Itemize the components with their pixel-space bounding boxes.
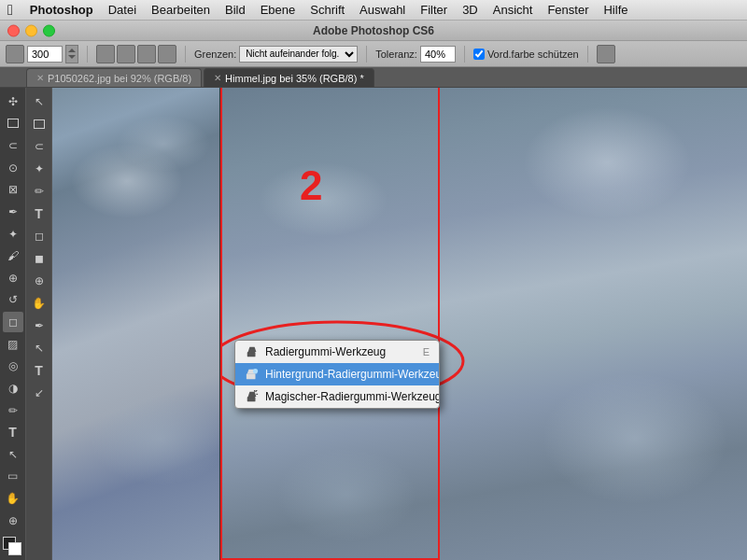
shape-tool[interactable]: ▭ [3,467,23,487]
eraser-tool[interactable]: ◻ [3,312,23,332]
eyedropper-tool[interactable]: ✒ [3,202,23,222]
menu-hilfe[interactable]: Hilfe [596,1,635,19]
tabbar: ✕ P1050262.jpg bei 92% (RGB/8) ✕ Himmel.… [0,67,747,88]
svg-rect-5 [247,397,256,401]
crop-tool[interactable]: ⊠ [3,180,23,201]
text-tool[interactable]: T [3,422,23,442]
close-button[interactable] [7,24,20,36]
st-brush[interactable]: ◻ [29,226,49,246]
st-lasso[interactable]: ⊂ [29,136,49,157]
secondary-toolbar: ↖ ⊂ ✦ ✏ T ◻ ◼ ⊕ ✋ ✒ ↖ T ↙ [26,88,52,560]
menu-photoshop[interactable]: Photoshop [22,1,101,19]
st-arrow2[interactable]: ↙ [29,383,49,403]
color-swatch[interactable] [3,537,23,557]
tool-mode-1[interactable] [96,45,115,63]
canvas-left [52,88,220,560]
st-marquee[interactable] [29,114,49,134]
st-eraser[interactable]: ◼ [29,248,49,269]
brush-preset-icon[interactable] [6,45,24,63]
st-arrow[interactable]: ↖ [29,91,49,112]
marquee-rect-tool[interactable] [3,114,23,134]
menu-fenster[interactable]: Fenster [540,1,596,19]
tool-mode-4[interactable] [158,45,176,63]
sky-image-left [52,88,219,560]
toleranz-control: Toleranz: [375,46,456,63]
menu-ebene[interactable]: Ebene [253,1,303,19]
canvas-right: 1 ← 2 Radiergummi-Werkzeug E [220,88,747,560]
eraser-icon [245,344,260,359]
context-menu: Radiergummi-Werkzeug E Hintergrund-Radie… [234,340,440,409]
menu-auswahl[interactable]: Auswahl [352,1,413,19]
menu-filter[interactable]: Filter [413,1,455,19]
menu-bearbeiten[interactable]: Bearbeiten [144,1,218,19]
svg-line-7 [256,390,258,392]
ctx-label-0: Radiergummi-Werkzeug [265,345,386,358]
tab-1[interactable]: ✕ Himmel.jpg bei 35% (RGB/8) * [204,68,374,87]
spot-heal-tool[interactable]: ✦ [3,224,23,245]
minimize-button[interactable] [25,24,37,36]
svg-rect-0 [247,352,256,357]
magic-eraser-icon [245,389,260,404]
tool-mode-2[interactable] [117,45,135,63]
sky-image-right [220,88,747,560]
vordfarbe-control: Vord.farbe schützen [473,49,579,60]
tab-0[interactable]: ✕ P1050262.jpg bei 92% (RGB/8) [26,68,202,87]
brush-tool[interactable]: 🖌 [3,245,23,266]
st-pen[interactable]: ✏ [29,181,49,202]
menu-ansicht[interactable]: Ansicht [486,1,541,19]
st-type[interactable]: T [29,203,49,224]
tool-modes [96,45,176,63]
zoom-tool[interactable]: ⊕ [3,511,23,531]
lasso-tool[interactable]: ⊂ [3,135,23,156]
window-title: Adobe Photoshop CS6 [313,24,434,37]
brush-size-input[interactable] [27,46,63,63]
brush-size-arrows[interactable] [65,45,78,63]
ctx-label-1: Hintergrund-Radiergummi-Werkzeug [265,368,440,381]
ctx-item-2[interactable]: Magischer-Radiergummi-Werkzeug E [235,385,439,408]
stamp-tool[interactable]: ⊕ [3,268,23,288]
move-tool[interactable]: ✣ [3,91,23,112]
grenzen-label: Grenzen: [194,49,236,60]
tool-mode-3[interactable] [137,45,156,63]
tab-0-label: P1050262.jpg bei 92% (RGB/8) [48,73,191,84]
st-hand[interactable]: ✋ [29,293,49,314]
toleranz-input[interactable] [420,46,456,63]
ctx-label-2: Magischer-Radiergummi-Werkzeug [265,390,440,403]
st-magic[interactable]: ✦ [29,159,49,179]
menu-bild[interactable]: Bild [218,1,253,19]
tab-1-close[interactable]: ✕ [214,73,221,83]
svg-rect-2 [247,373,256,379]
tab-1-label: Himmel.jpg bei 35% (RGB/8) * [225,73,364,84]
history-brush-tool[interactable]: ↺ [3,290,23,311]
grenzen-control: Grenzen: Nicht aufeinander folg. Aufeina… [194,46,358,63]
maximize-button[interactable] [43,24,55,36]
menubar:  Photoshop Datei Bearbeiten Bild Ebene … [0,0,747,21]
apple-menu[interactable]:  [7,2,13,19]
quick-select-tool[interactable]: ⊙ [3,158,23,178]
dodge-tool[interactable]: ◑ [3,378,23,399]
options-extra-btn[interactable] [597,45,615,63]
blur-tool[interactable]: ◎ [3,357,23,377]
vordfarbe-checkbox[interactable] [473,49,485,60]
st-path[interactable]: ↖ [29,338,49,358]
st-text2[interactable]: T [29,360,49,381]
brush-preset [6,45,78,63]
path-select-tool[interactable]: ↖ [3,444,23,465]
svg-marker-1 [248,347,257,352]
menu-datei[interactable]: Datei [101,1,144,19]
grenzen-select[interactable]: Nicht aufeinander folg. Aufeinanderfolge… [239,46,358,63]
tab-0-close[interactable]: ✕ [36,73,44,83]
hand-tool[interactable]: ✋ [3,488,23,509]
st-zoom[interactable]: ⊕ [29,271,49,291]
st-eyedrop[interactable]: ✒ [29,315,49,336]
options-bar: Grenzen: Nicht aufeinander folg. Aufeina… [0,41,747,67]
gradient-tool[interactable]: ▨ [3,334,23,355]
ctx-item-1[interactable]: Hintergrund-Radiergummi-Werkzeug E [235,363,439,385]
window-controls [7,24,55,36]
ctx-item-0[interactable]: Radiergummi-Werkzeug E [235,341,439,363]
pen-tool[interactable]: ✏ [3,400,23,421]
toolbar-left: ✣ ⊂ ⊙ ⊠ ✒ ✦ 🖌 ⊕ ↺ ◻ ▨ ◎ ◑ ✏ T ↖ ▭ ✋ ⊕ [0,88,26,560]
svg-point-4 [253,369,258,373]
menu-3d[interactable]: 3D [455,1,486,19]
menu-schrift[interactable]: Schrift [303,1,352,19]
